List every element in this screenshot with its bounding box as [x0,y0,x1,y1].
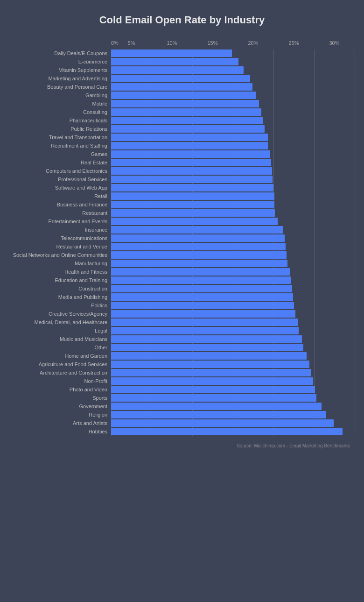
bar-row: Agriculture and Food Services [9,361,355,368]
bar-row: Software and Web App [9,184,355,191]
bar-label: Vitamin Supplements [9,67,111,73]
source-text: Source: Mailchimp.com - Email Marketing … [9,443,355,448]
x-axis-label: 30% [314,40,355,46]
bar-row: Entertainment and Events [9,218,355,225]
bar-fill [111,184,273,191]
bar-row: Business and Finance [9,201,355,208]
bar-fill [111,75,250,82]
bar-label: Public Relations [9,126,111,132]
bar-label: Non-Profit [9,378,111,384]
bar-fill [111,394,316,402]
bar-track [111,310,355,318]
bar-track [111,66,355,74]
bar-label: Politics [9,303,111,308]
bar-track [111,75,355,82]
bar-fill [111,218,278,225]
chart-container: Cold Email Open Rate by Industry 0%5%10%… [0,0,364,467]
bar-track [111,369,355,376]
bar-fill [111,369,311,376]
bar-label: Media and Publishing [9,294,111,300]
bar-row: Public Relations [9,125,355,133]
bar-track [111,159,355,166]
bar-row: Music and Musicians [9,335,355,343]
bar-label: Travel and Transportation [9,135,111,140]
bar-track [111,176,355,183]
bar-fill [111,201,274,208]
bar-label: Marketing and Advertising [9,76,111,81]
bar-fill [111,319,298,326]
bar-track [111,226,355,234]
bar-track [111,83,355,91]
bar-label: Social Networks and Online Communities [9,252,111,258]
bar-label: Telecommunications [9,235,111,241]
bar-track [111,125,355,133]
bar-fill [111,352,307,360]
bar-fill [111,419,334,427]
bar-label: Health and Fitness [9,269,111,275]
bar-row: Insurance [9,226,355,234]
bar-label: Hobbies [9,429,111,434]
bar-label: Arts and Artists [9,420,111,426]
bar-fill [111,260,287,267]
bar-fill [111,92,256,99]
bar-label: Architecture and Construction [9,370,111,375]
bar-label: Daily Deals/E-Coupons [9,50,111,56]
x-axis-label: 5% [111,40,152,46]
bar-label: Legal [9,328,111,333]
bar-track [111,335,355,343]
bar-fill [111,142,268,149]
x-axis-label: 20% [233,40,273,46]
bar-label: Business and Finance [9,202,111,207]
bar-track [111,377,355,385]
bar-row: Sports [9,394,355,402]
bar-track [111,192,355,200]
bar-label: Manufacturing [9,261,111,266]
x-axis-label: 25% [273,40,314,46]
bar-label: Professional Services [9,177,111,182]
bar-track [111,276,355,284]
bar-track [111,251,355,259]
bar-fill [111,302,294,309]
bar-row: Restaurant [9,209,355,217]
bar-fill [111,327,299,334]
bar-track [111,344,355,351]
bar-fill [111,428,343,435]
bar-fill [111,209,275,217]
bar-fill [111,276,291,284]
bar-track [111,243,355,250]
bar-label: Recruitment and Staffing [9,143,111,149]
bar-row: Recruitment and Staffing [9,142,355,149]
bar-track [111,117,355,124]
bar-fill [111,310,295,318]
bar-fill [111,411,326,418]
bar-row: Non-Profit [9,377,355,385]
bar-fill [111,100,259,107]
bar-label: E-commerce [9,59,111,64]
bar-label: Retail [9,193,111,199]
x-axis-label: 10% [152,40,192,46]
bar-label: Beauty and Personal Care [9,84,111,90]
bars-container: Daily Deals/E-CouponsE-commerceVitamin S… [9,50,355,436]
bar-track [111,394,355,402]
bar-row: Retail [9,192,355,200]
bar-row: Mobile [9,100,355,107]
bar-track [111,319,355,326]
bar-label: Real Estate [9,160,111,165]
bar-track [111,184,355,191]
bar-label: Sports [9,395,111,401]
bar-track [111,293,355,301]
bar-label: Photo and Video [9,387,111,392]
bar-track [111,134,355,141]
bar-fill [111,293,293,301]
bar-row: Home and Garden [9,352,355,360]
bar-row: Social Networks and Online Communities [9,251,355,259]
bar-row: Architecture and Construction [9,369,355,376]
bar-label: Agriculture and Food Services [9,361,111,367]
bar-label: Restaurant and Venue [9,244,111,249]
bar-label: Religion [9,412,111,418]
bar-track [111,403,355,410]
bar-row: Religion [9,411,355,418]
bar-label: Restaurant [9,210,111,216]
bar-row: Hobbies [9,428,355,435]
bar-track [111,100,355,107]
